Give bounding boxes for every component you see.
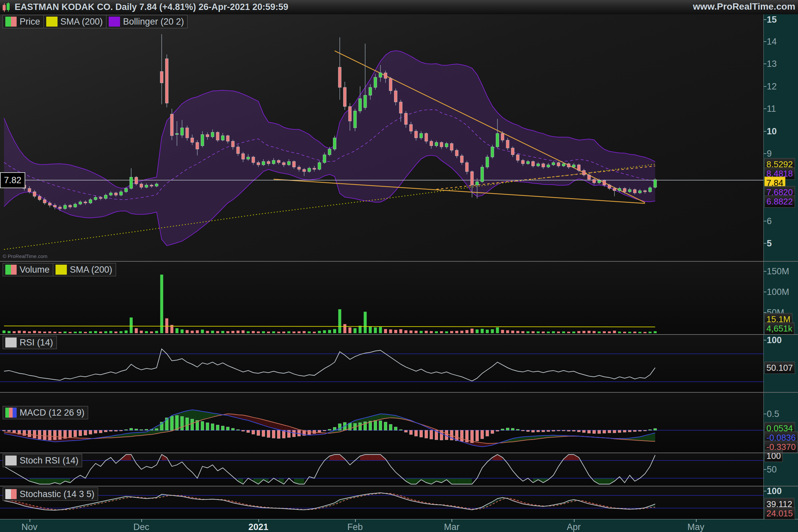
- month-label: Dec: [133, 522, 149, 532]
- axis-tick-label: 50: [767, 464, 777, 474]
- legend-swatch-icon: [55, 264, 67, 275]
- axis-tick-label: 9: [767, 149, 772, 159]
- axis-tick-label: 11: [767, 104, 776, 114]
- panel-separator[interactable]: [0, 392, 798, 393]
- logo-wick: [8, 2, 8, 12]
- axis-tick-label: 5: [767, 239, 772, 249]
- rsi-panel: [0, 335, 763, 392]
- axis-tick-label: 100: [767, 335, 782, 345]
- legend-swatch-icon: [5, 455, 17, 466]
- axis-tick-label: 14: [767, 36, 777, 46]
- legend-label: Stoch RSI (14): [20, 456, 78, 466]
- axis-value-badge: 24.015: [764, 507, 795, 519]
- axis-tick: [764, 491, 766, 491]
- stochastic-panel: [0, 487, 763, 519]
- month-tick: [696, 519, 697, 522]
- axis-tick-label: 12: [767, 81, 777, 92]
- legend-item[interactable]: Volume: [3, 263, 53, 276]
- month-tick: [30, 519, 30, 522]
- axis-value-badge: 50.107: [764, 361, 795, 374]
- axis-value-badge: 100: [764, 450, 783, 462]
- axis-tick: [764, 19, 766, 20]
- macd-panel: [0, 393, 763, 453]
- horizontal-line-price-label[interactable]: 7.82: [0, 172, 25, 188]
- stochastic-legend: Stochastic (14 3 5): [3, 488, 98, 501]
- month-label: Mar: [444, 522, 459, 532]
- legend-label: SMA (200): [70, 265, 112, 275]
- axis-tick-label: 6: [767, 216, 772, 226]
- month-tick: [574, 519, 574, 522]
- time-axis[interactable]: NovDec2021FebMarAprMay: [0, 519, 798, 532]
- legend-swatch-icon: [5, 337, 17, 348]
- stochastic-chart-canvas[interactable]: [0, 487, 763, 519]
- legend-label: MACD (12 26 9): [20, 407, 84, 418]
- legend-item[interactable]: Stochastic (14 3 5): [3, 488, 98, 500]
- legend-swatch-icon: [5, 489, 17, 499]
- axis-tick: [764, 131, 766, 132]
- logo-wick: [4, 3, 5, 12]
- legend-item[interactable]: Stoch RSI (14): [3, 454, 82, 467]
- axis-tick: [764, 153, 766, 154]
- legend-label: Bollinger (20 2): [123, 17, 184, 27]
- axis-tick: [764, 221, 766, 222]
- axis-tick: [764, 469, 766, 470]
- axis-tick-label: 15: [767, 15, 777, 25]
- title-bar: EASTMAN KODAK CO. Daily 7.84 (+4.81%) 26…: [0, 0, 798, 14]
- legend-swatch-icon: [108, 16, 120, 27]
- rsi-chart-canvas[interactable]: [0, 335, 763, 392]
- legend-item[interactable]: SMA (200): [53, 263, 116, 276]
- axis-value-badge: 6.8822: [764, 195, 795, 208]
- axis-tick: [764, 271, 766, 272]
- axis-tick-label: 0.5: [767, 408, 779, 419]
- axis-tick: [764, 340, 766, 341]
- legend-item[interactable]: Bollinger (20 2): [107, 15, 187, 28]
- axis-tick-label: 10: [767, 126, 777, 136]
- panel-separator[interactable]: [0, 334, 798, 335]
- axis-tick: [764, 291, 766, 292]
- macd-chart-canvas[interactable]: [0, 393, 763, 453]
- legend-item[interactable]: RSI (14): [3, 336, 57, 349]
- candlestick-logo-icon: [2, 2, 12, 12]
- panel-separator[interactable]: [0, 486, 798, 487]
- legend-label: Stochastic (14 3 5): [20, 489, 94, 499]
- panel-separator[interactable]: [0, 453, 798, 453]
- axis-tick: [764, 243, 766, 244]
- price-panel: [0, 14, 763, 261]
- legend-item[interactable]: Price: [3, 15, 44, 28]
- stoch-rsi-legend: Stoch RSI (14): [3, 454, 82, 467]
- legend-item[interactable]: SMA (200): [44, 15, 107, 28]
- macd-legend: MACD (12 26 9): [3, 406, 88, 419]
- legend-swatch-icon: [5, 264, 17, 275]
- month-label: 2021: [248, 522, 268, 532]
- instrument-title: EASTMAN KODAK CO. Daily 7.84 (+4.81%) 26…: [15, 2, 288, 12]
- legend-label: SMA (200): [60, 17, 103, 27]
- month-label: Nov: [21, 522, 37, 532]
- legend-label: Volume: [20, 265, 50, 275]
- axis-tick-label: 100: [767, 486, 782, 496]
- month-label: Apr: [567, 522, 581, 532]
- rsi-legend: RSI (14): [3, 336, 57, 349]
- legend-swatch-icon: [5, 407, 17, 418]
- price-chart-canvas[interactable]: [0, 14, 763, 261]
- month-tick: [355, 519, 356, 522]
- axis-tick: [764, 63, 766, 64]
- prorealtime-window: EASTMAN KODAK CO. Daily 7.84 (+4.81%) 26…: [0, 0, 798, 532]
- axis-tick-label: 13: [767, 59, 777, 69]
- price-legend: PriceSMA (200)Bollinger (20 2): [3, 15, 188, 28]
- month-label: May: [687, 522, 704, 532]
- month-tick: [141, 519, 142, 522]
- panel-separator[interactable]: [0, 261, 798, 262]
- month-tick: [452, 519, 452, 522]
- axis-tick: [764, 86, 766, 87]
- prorealtime-link[interactable]: www.ProRealTime.com: [693, 1, 795, 12]
- axis-tick-label: 150M: [767, 266, 790, 277]
- legend-swatch-icon: [5, 16, 17, 27]
- copyright-watermark: © ProRealTime.com: [3, 253, 48, 259]
- legend-label: RSI (14): [20, 338, 53, 348]
- stoch-rsi-chart-canvas[interactable]: [0, 453, 763, 486]
- axis-tick: [764, 414, 766, 414]
- legend-swatch-icon: [46, 16, 58, 27]
- legend-item[interactable]: MACD (12 26 9): [3, 406, 88, 419]
- axis-tick: [764, 108, 766, 109]
- legend-label: Price: [20, 17, 40, 27]
